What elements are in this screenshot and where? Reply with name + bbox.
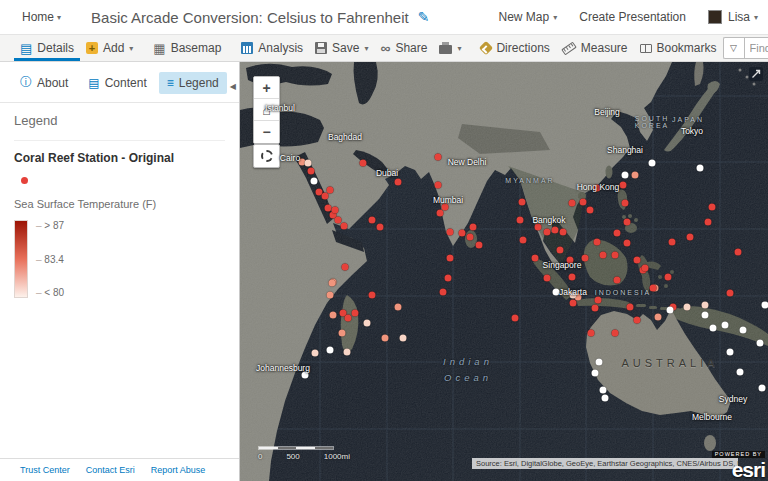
station-dot[interactable] <box>569 274 576 281</box>
station-dot[interactable] <box>709 204 716 211</box>
station-dot[interactable] <box>612 252 619 259</box>
station-dot[interactable] <box>377 224 384 231</box>
measure-button[interactable]: Measure <box>556 35 634 61</box>
station-dot[interactable] <box>435 182 442 189</box>
map-canvas[interactable]: + ⌂ − 0 500 1000mi <box>240 62 768 481</box>
tab-about[interactable]: ⓘ About <box>12 70 76 95</box>
station-dot[interactable] <box>339 330 346 337</box>
search-input[interactable] <box>744 37 768 59</box>
station-dot[interactable] <box>470 224 477 231</box>
station-dot[interactable] <box>596 359 603 366</box>
station-dot[interactable] <box>665 274 672 281</box>
save-button[interactable]: Save ▾ <box>309 35 374 61</box>
station-dot[interactable] <box>759 385 766 392</box>
station-dot[interactable] <box>330 312 337 319</box>
station-dot[interactable] <box>440 289 447 296</box>
tab-content[interactable]: ▤ Content <box>80 72 154 94</box>
tab-legend[interactable]: ≡ Legend <box>159 72 227 94</box>
station-dot[interactable] <box>702 302 709 309</box>
station-dot[interactable] <box>614 230 621 237</box>
zoom-out-button[interactable]: − <box>254 121 279 143</box>
station-dot[interactable] <box>382 335 389 342</box>
station-dot[interactable] <box>544 229 551 236</box>
station-dot[interactable] <box>727 349 734 356</box>
analysis-button[interactable]: Analysis <box>235 35 309 61</box>
station-dot[interactable] <box>517 217 524 224</box>
station-dot[interactable] <box>552 227 559 234</box>
station-dot[interactable] <box>364 320 371 327</box>
station-dot[interactable] <box>570 300 577 307</box>
station-dot[interactable] <box>602 395 609 402</box>
directions-button[interactable]: Directions <box>475 35 555 61</box>
station-dot[interactable] <box>544 275 551 282</box>
station-dot[interactable] <box>557 247 564 254</box>
station-dot[interactable] <box>592 370 599 377</box>
home-menu[interactable]: Home ▾ <box>22 10 61 24</box>
station-dot[interactable] <box>622 200 629 207</box>
station-dot[interactable] <box>445 275 452 282</box>
station-dot[interactable] <box>634 257 641 264</box>
station-dot[interactable] <box>737 369 744 376</box>
station-dot[interactable] <box>740 327 747 334</box>
station-dot[interactable] <box>642 265 649 272</box>
station-dot[interactable] <box>308 168 315 175</box>
station-dot[interactable] <box>595 297 602 304</box>
station-dot[interactable] <box>369 217 376 224</box>
station-dot[interactable] <box>360 160 367 167</box>
station-dot[interactable] <box>594 239 601 246</box>
station-dot[interactable] <box>592 305 599 312</box>
station-dot[interactable] <box>305 160 312 167</box>
print-button[interactable]: ▾ <box>433 35 467 61</box>
station-dot[interactable] <box>302 372 309 379</box>
station-dot[interactable] <box>722 322 729 329</box>
station-dot[interactable] <box>655 314 662 321</box>
station-dot[interactable] <box>570 292 577 299</box>
station-dot[interactable] <box>705 219 712 226</box>
station-dot[interactable] <box>476 242 483 249</box>
find-my-location-button[interactable] <box>253 144 280 168</box>
station-dot[interactable] <box>400 335 407 342</box>
station-dot[interactable] <box>600 252 607 259</box>
station-dot[interactable] <box>447 229 454 236</box>
station-dot[interactable] <box>627 304 634 311</box>
station-dot[interactable] <box>632 172 639 179</box>
station-dot[interactable] <box>762 302 768 309</box>
station-dot[interactable] <box>442 204 449 211</box>
station-dot[interactable] <box>312 350 319 357</box>
station-dot[interactable] <box>327 347 334 354</box>
station-dot[interactable] <box>650 285 657 292</box>
edit-title-icon[interactable]: ✎ <box>418 9 430 25</box>
station-dot[interactable] <box>332 207 339 214</box>
report-abuse-link[interactable]: Report Abuse <box>151 465 206 475</box>
station-dot[interactable] <box>697 165 704 172</box>
station-dot[interactable] <box>687 234 694 241</box>
station-dot[interactable] <box>582 255 589 262</box>
station-dot[interactable] <box>437 210 444 217</box>
station-dot[interactable] <box>612 330 619 337</box>
station-dot[interactable] <box>344 349 351 356</box>
station-dot[interactable] <box>327 187 334 194</box>
station-dot[interactable] <box>335 217 342 224</box>
station-dot[interactable] <box>435 154 442 161</box>
station-dot[interactable] <box>345 315 352 322</box>
zoom-in-button[interactable]: + <box>254 77 279 99</box>
new-map-menu[interactable]: New Map ▾ <box>499 10 558 24</box>
station-dot[interactable] <box>614 277 621 284</box>
station-dot[interactable] <box>467 234 474 241</box>
station-dot[interactable] <box>580 199 587 206</box>
station-dot[interactable] <box>684 304 691 311</box>
share-button[interactable]: ∞ Share <box>374 35 433 61</box>
station-dot[interactable] <box>519 199 526 206</box>
station-dot[interactable] <box>352 310 359 317</box>
station-dot[interactable] <box>634 317 641 324</box>
station-dot[interactable] <box>667 307 674 314</box>
station-dot[interactable] <box>560 229 567 236</box>
add-button[interactable]: + Add ▾ <box>80 35 139 61</box>
station-dot[interactable] <box>535 224 542 231</box>
station-dot[interactable] <box>395 304 402 311</box>
station-dot[interactable] <box>727 290 734 297</box>
bookmarks-button[interactable]: Bookmarks <box>634 35 723 61</box>
station-dot[interactable] <box>311 178 318 185</box>
station-dot[interactable] <box>569 200 576 207</box>
contact-esri-link[interactable]: Contact Esri <box>86 465 135 475</box>
